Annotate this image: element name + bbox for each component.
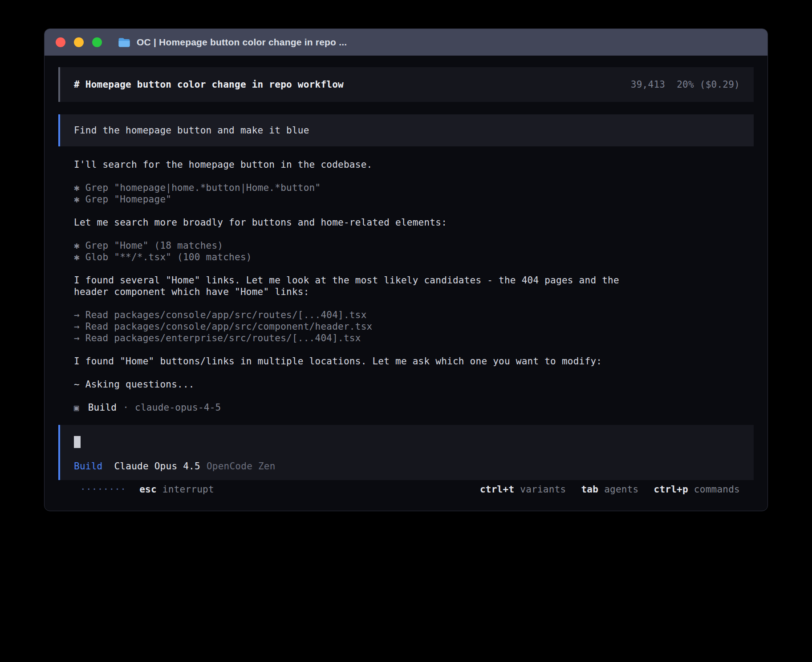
session-header: # Homepage button color change in repo w… — [58, 67, 754, 102]
tool-call-line: ✱ Grep "Home" (18 matches) — [74, 240, 754, 251]
tool-call-group: ✱ Grep "Home" (18 matches) ✱ Glob "**/*.… — [74, 240, 754, 263]
tool-call-line: ✱ Grep "homepage|home.*button|Home.*butt… — [74, 182, 754, 194]
folder-icon — [118, 37, 131, 48]
agent-separator: · — [123, 402, 129, 413]
shortcut-label: variants — [520, 484, 566, 495]
window-title: OC | Homepage button color change in rep… — [137, 37, 347, 48]
tool-call-line: ✱ Glob "**/*.tsx" (100 matches) — [74, 251, 754, 263]
session-stats: 39,413 20% ($0.29) — [631, 79, 740, 90]
agent-status-line: ▣ Build · claude-opus-4-5 — [74, 402, 754, 413]
input-footer: Build Claude Opus 4.5 OpenCode Zen — [74, 460, 740, 472]
provider-label: OpenCode Zen — [207, 460, 276, 472]
file-read-line: → Read packages/console/app/src/componen… — [74, 321, 754, 332]
user-message-text: Find the homepage button and make it blu… — [74, 125, 309, 136]
terminal-content: # Homepage button color change in repo w… — [45, 56, 767, 495]
context-usage: 20% ($0.29) — [677, 79, 740, 90]
titlebar-title-group: OC | Homepage button color change in rep… — [118, 37, 347, 48]
agent-name: Build — [88, 402, 117, 413]
status-bar-right: ctrl+t variants tab agents ctrl+p comman… — [480, 484, 740, 495]
conversation: I'll search for the homepage button in t… — [58, 146, 754, 413]
esc-key-hint: esc — [139, 484, 157, 495]
shortcut-key: ctrl+p — [654, 484, 688, 495]
agent-icon: ▣ — [74, 402, 79, 413]
status-bar: ········ esc interrupt ctrl+t variants t… — [58, 484, 754, 495]
session-title: # Homepage button color change in repo w… — [74, 79, 344, 90]
assistant-text-line: header component which have "Home" links… — [74, 286, 754, 298]
tool-call-group: ✱ Grep "homepage|home.*button|Home.*butt… — [74, 182, 754, 205]
window-controls — [56, 37, 102, 47]
terminal-window: OC | Homepage button color change in rep… — [44, 28, 768, 511]
assistant-text: I found "Home" buttons/links in multiple… — [74, 355, 754, 367]
zoom-button[interactable] — [92, 37, 102, 47]
working-status: ~ Asking questions... — [74, 379, 754, 390]
assistant-text-line: I found several "Home" links. Let me loo… — [74, 274, 754, 286]
shortcut-key: tab — [581, 484, 598, 495]
file-read-group: → Read packages/console/app/src/routes/[… — [74, 309, 754, 344]
minimize-button[interactable] — [74, 37, 84, 47]
esc-key-label: interrupt — [162, 484, 214, 495]
assistant-text: I'll search for the homepage button in t… — [74, 159, 754, 170]
shortcut-label: agents — [604, 484, 638, 495]
token-count: 39,413 — [631, 79, 665, 90]
model-label: Claude Opus 4.5 — [114, 460, 200, 472]
shortcut-commands: ctrl+p commands — [654, 484, 740, 495]
assistant-text: I found several "Home" links. Let me loo… — [74, 274, 754, 298]
spinner-dots: ········ — [80, 484, 126, 495]
close-button[interactable] — [56, 37, 65, 47]
file-read-line: → Read packages/enterprise/src/routes/[.… — [74, 332, 754, 344]
shortcut-key: ctrl+t — [480, 484, 514, 495]
agent-model: claude-opus-4-5 — [135, 402, 221, 413]
prompt-input[interactable]: Build Claude Opus 4.5 OpenCode Zen — [58, 425, 754, 480]
tool-call-line: ✱ Grep "Homepage" — [74, 194, 754, 205]
file-read-line: → Read packages/console/app/src/routes/[… — [74, 309, 754, 321]
status-bar-left: ········ esc interrupt — [80, 484, 214, 495]
user-message: Find the homepage button and make it blu… — [58, 114, 754, 146]
titlebar[interactable]: OC | Homepage button color change in rep… — [45, 29, 767, 56]
text-cursor — [74, 436, 81, 448]
shortcut-variants: ctrl+t variants — [480, 484, 566, 495]
assistant-text: Let me search more broadly for buttons a… — [74, 217, 754, 228]
shortcut-agents: tab agents — [581, 484, 638, 495]
input-line[interactable] — [74, 436, 740, 448]
shortcut-label: commands — [694, 484, 740, 495]
agent-mode-label[interactable]: Build — [74, 460, 102, 472]
